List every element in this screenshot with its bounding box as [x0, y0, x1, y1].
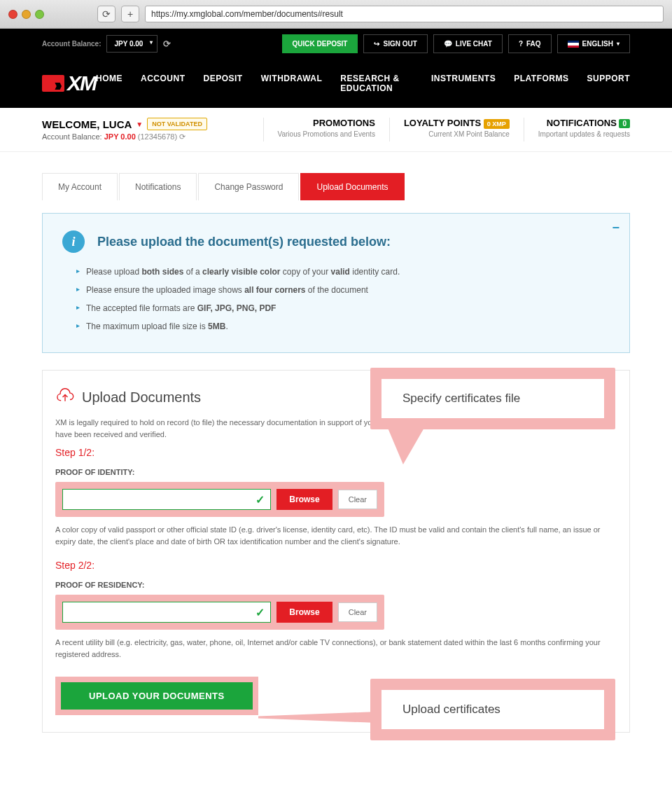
- live-chat-button[interactable]: 💬LIVE CHAT: [433, 34, 503, 53]
- sign-out-button[interactable]: ↪SIGN OUT: [363, 34, 427, 53]
- balance-line: Account Balance: JPY 0.00 (12345678) ⟳: [42, 132, 249, 141]
- reload-button[interactable]: ⟳: [97, 6, 115, 22]
- notifications-sub: Important updates & requests: [538, 130, 630, 138]
- nav-deposit[interactable]: DEPOSIT: [204, 74, 243, 93]
- info-item: Please upload both sides of a clearly vi…: [76, 263, 610, 281]
- browse-residency-button[interactable]: Browse: [276, 602, 332, 623]
- info-title: Please upload the document(s) requested …: [97, 235, 391, 249]
- faq-button[interactable]: ?FAQ: [508, 34, 552, 53]
- nav-account[interactable]: ACCOUNT: [141, 74, 186, 93]
- logo-text: XM: [67, 71, 96, 95]
- residency-description: A recent utility bill (e.g. electricity,…: [55, 637, 617, 660]
- info-item: Please ensure the uploaded image shows a…: [76, 281, 610, 299]
- browse-identity-button[interactable]: Browse: [276, 489, 332, 510]
- checkmark-icon: ✓: [255, 606, 265, 619]
- callout-specify: Specify certificates file: [370, 368, 615, 429]
- residency-file-input[interactable]: ✓: [62, 602, 271, 623]
- notifications-title[interactable]: NOTIFICATIONS 0: [538, 118, 630, 128]
- chevron-down-icon[interactable]: ▼: [136, 120, 143, 128]
- maximize-window-icon[interactable]: [35, 10, 44, 19]
- tab-notifications[interactable]: Notifications: [119, 173, 197, 200]
- browser-chrome: ⟳ + https://my.xmglobal.com/member/docum…: [0, 0, 672, 29]
- loyalty-sub: Current XM Point Balance: [404, 130, 510, 138]
- new-tab-button[interactable]: +: [121, 6, 139, 22]
- nav-home[interactable]: HOME: [96, 74, 122, 93]
- clear-residency-button[interactable]: Clear: [338, 602, 377, 622]
- minimize-window-icon[interactable]: [22, 10, 31, 19]
- language-select[interactable]: ENGLISH▾: [557, 34, 630, 53]
- refresh-icon[interactable]: ⟳: [163, 39, 171, 49]
- checkmark-icon: ✓: [255, 493, 265, 506]
- utility-bar: Account Balance: JPY 0.00 ⟳ QUICK DEPOSI…: [0, 29, 672, 59]
- nav-research[interactable]: RESEARCH & EDUCATION: [340, 74, 413, 93]
- upload-icon: [55, 387, 75, 407]
- close-window-icon[interactable]: [8, 10, 18, 19]
- loyalty-title[interactable]: LOYALTY POINTS 0 XMP: [404, 118, 510, 128]
- upload-documents-button[interactable]: UPLOAD YOUR DOCUMENTS: [61, 682, 253, 710]
- upload-title: Upload Documents: [82, 389, 201, 406]
- info-item: The accepted file formats are GIF, JPG, …: [76, 299, 610, 317]
- step-1-label: Step 1/2:: [55, 447, 617, 458]
- collapse-icon[interactable]: −: [612, 221, 620, 235]
- identity-upload-row: ✓ Browse Clear: [55, 482, 384, 517]
- callout-upload: Upload certificates: [370, 679, 615, 740]
- validation-badge: NOT VALIDATED: [147, 118, 207, 130]
- tab-upload-documents[interactable]: Upload Documents: [300, 173, 404, 200]
- nav-support[interactable]: SUPPORT: [587, 74, 630, 93]
- info-icon: i: [62, 230, 85, 253]
- refresh-icon[interactable]: ⟳: [179, 132, 186, 141]
- content-area: My Account Notifications Change Password…: [0, 152, 672, 788]
- proof-residency-label: PROOF OF RESIDENCY:: [55, 581, 617, 589]
- info-panel: − i Please upload the document(s) reques…: [42, 213, 630, 353]
- logo-icon: [42, 75, 64, 92]
- info-item: The maximum upload file size is 5MB.: [76, 317, 610, 336]
- balance-label: Account Balance:: [42, 40, 101, 48]
- signout-icon: ↪: [374, 40, 379, 48]
- help-icon: ?: [519, 40, 523, 48]
- balance-select[interactable]: JPY 0.00: [106, 35, 158, 53]
- identity-description: A color copy of valid passport or other …: [55, 524, 617, 547]
- main-header: XM HOME ACCOUNT DEPOSIT WITHDRAWAL RESEA…: [0, 59, 672, 108]
- tab-my-account[interactable]: My Account: [42, 173, 118, 200]
- window-controls: [8, 10, 44, 19]
- submit-highlight: UPLOAD YOUR DOCUMENTS: [55, 677, 258, 715]
- account-tabs: My Account Notifications Change Password…: [42, 173, 630, 200]
- info-list: Please upload both sides of a clearly vi…: [62, 263, 610, 336]
- promotions-title[interactable]: PROMOTIONS: [278, 118, 375, 128]
- xmp-badge: 0 XMP: [484, 119, 510, 129]
- tab-change-password[interactable]: Change Password: [198, 173, 299, 200]
- callout-text: Upload certificates: [382, 690, 604, 729]
- residency-upload-row: ✓ Browse Clear: [55, 595, 384, 630]
- chat-icon: 💬: [444, 40, 452, 48]
- quick-deposit-button[interactable]: QUICK DEPOSIT: [282, 34, 358, 53]
- nav-instruments[interactable]: INSTRUMENTS: [431, 74, 496, 93]
- step-2-label: Step 2/2:: [55, 560, 617, 571]
- notification-count-badge: 0: [619, 119, 630, 128]
- promotions-sub: Various Promotions and Events: [278, 130, 375, 138]
- logo[interactable]: XM: [42, 71, 96, 95]
- clear-identity-button[interactable]: Clear: [338, 490, 377, 509]
- nav-platforms[interactable]: PLATFORMS: [514, 74, 568, 93]
- main-nav: HOME ACCOUNT DEPOSIT WITHDRAWAL RESEARCH…: [96, 74, 630, 93]
- upload-panel: Upload Documents XM is legally required …: [42, 370, 630, 733]
- account-summary-bar: WELCOME, LUCA ▼ NOT VALIDATED Account Ba…: [0, 108, 672, 152]
- identity-file-input[interactable]: ✓: [62, 489, 271, 510]
- address-bar[interactable]: https://my.xmglobal.com/member/documents…: [145, 6, 664, 22]
- welcome-greeting: WELCOME, LUCA ▼ NOT VALIDATED: [42, 118, 249, 130]
- proof-identity-label: PROOF OF IDENTITY:: [55, 468, 617, 476]
- callout-text: Specify certificates file: [382, 379, 604, 418]
- uk-flag-icon: [568, 41, 579, 48]
- nav-withdrawal[interactable]: WITHDRAWAL: [261, 74, 323, 93]
